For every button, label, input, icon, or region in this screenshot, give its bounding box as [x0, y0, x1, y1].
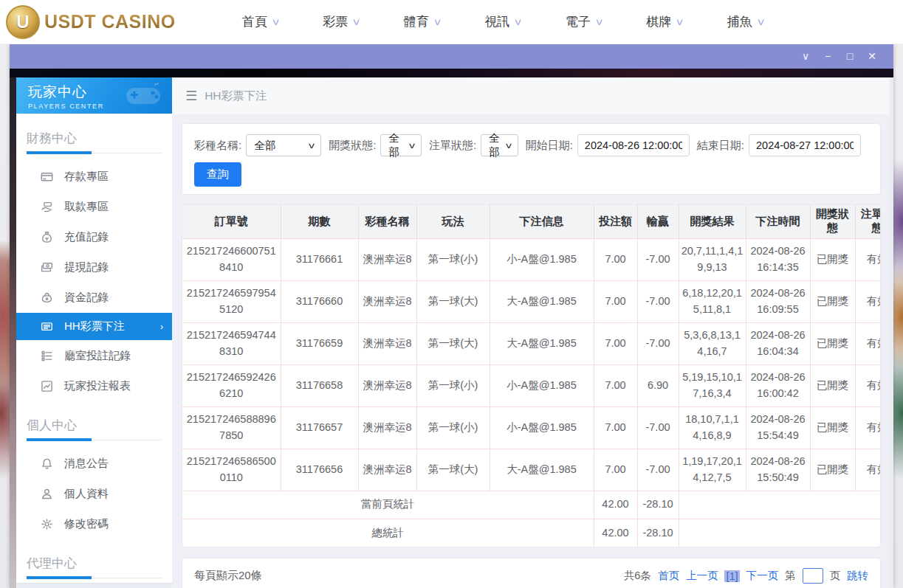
- nav-item-4[interactable]: 視訊∨: [484, 13, 522, 30]
- jump-button[interactable]: 跳转: [847, 569, 868, 583]
- site-logo[interactable]: U USDT CASINO: [6, 5, 176, 39]
- sidebar-item-label: 存款專區: [64, 170, 109, 184]
- sidebar-item-label: 資金記錄: [64, 291, 109, 305]
- table-footer-panel: 每頁顯示20條 共6条 首页 上一页 [1] 下一页 第 页 跳转: [182, 558, 881, 588]
- sidebar-item[interactable]: 資金記錄: [16, 283, 172, 312]
- sidebar-item[interactable]: 存款專區: [16, 162, 172, 191]
- order-status-select[interactable]: 全部∨: [481, 134, 518, 156]
- summary-label: 總統計: [182, 519, 594, 547]
- window-minimize-button[interactable]: −: [817, 44, 839, 69]
- window-maximize-button[interactable]: □: [839, 44, 861, 69]
- column-header: 開獎狀態: [810, 205, 855, 238]
- sidebar-item[interactable]: HH彩票下注›: [16, 313, 172, 340]
- table-cell: 第一球(小): [416, 238, 490, 280]
- nav-item-7[interactable]: 捕魚∨: [727, 13, 765, 30]
- next-page-link[interactable]: 下一页: [746, 569, 779, 583]
- draw-status-label: 開獎狀態:: [329, 139, 376, 153]
- summary-winloss-total: -28.10: [637, 491, 679, 519]
- table-cell: 有效: [855, 280, 881, 322]
- table-cell: 31176661: [281, 238, 358, 280]
- table-cell: 6.90: [637, 364, 679, 407]
- window-collapse-button[interactable]: ∨: [794, 44, 817, 69]
- sidebar-item[interactable]: 提現記錄: [16, 252, 172, 282]
- nav-item-label: 首頁: [242, 13, 267, 30]
- table-cell: 7.00: [594, 238, 637, 280]
- table-cell: 有效: [855, 238, 881, 280]
- user-icon: [41, 488, 53, 500]
- chevron-down-icon: ∨: [408, 141, 416, 151]
- sidebar-section-title: 代理中心: [27, 555, 162, 578]
- summary-label: 當前頁統計: [182, 491, 594, 519]
- nav-item-5[interactable]: 電子∨: [566, 13, 603, 30]
- nav-item-1[interactable]: 首頁∨: [242, 13, 280, 30]
- app-window: ∨ − □ ✕ 玩家中心 PLAYERS CENTER: [10, 44, 893, 588]
- table-cell: 2024-08-26 16:00:42: [746, 364, 810, 407]
- table-cell: 1,19,17,20,14,12,7,5: [679, 449, 746, 491]
- table-cell: 已開獎: [810, 280, 855, 322]
- chevron-down-icon: ∨: [514, 16, 523, 27]
- chevron-down-icon: ∨: [307, 141, 316, 151]
- order-status-label: 注單狀態:: [429, 139, 476, 153]
- table-cell: 有效: [855, 364, 881, 407]
- table-cell: 第一球(小): [416, 364, 490, 407]
- nav-item-label: 捕魚: [727, 13, 752, 30]
- table-cell: 31176658: [281, 364, 358, 407]
- table-cell: 7.00: [594, 407, 637, 449]
- table-cell: 2152172465947448310: [182, 322, 281, 364]
- sidebar-item-label: 取款專區: [64, 200, 109, 214]
- window-titlebar[interactable]: ∨ − □ ✕: [10, 44, 893, 69]
- table-cell: 31176659: [281, 322, 358, 364]
- table-cell: 5,3,6,8,13,14,16,7: [679, 322, 746, 364]
- table-cell: 7.00: [594, 449, 637, 491]
- sidebar-section-title: 財務中心: [27, 130, 162, 153]
- lottery-name-select[interactable]: 全部∨: [246, 134, 321, 156]
- table-cell: 小-A盤@1.985: [490, 364, 594, 407]
- sidebar-item[interactable]: 取款專區: [16, 192, 172, 221]
- table-cell: 2152172466007518410: [182, 238, 281, 280]
- gear-icon: [41, 518, 53, 530]
- sidebar-item[interactable]: 消息公告: [16, 449, 172, 478]
- menu-toggle-icon[interactable]: ☰: [185, 88, 197, 104]
- table-cell: 7.00: [594, 364, 637, 407]
- nav-item-2[interactable]: 彩票∨: [323, 13, 360, 30]
- end-date-input[interactable]: [749, 134, 861, 156]
- sidebar-item-label: 修改密碼: [64, 517, 109, 531]
- table-cell: 7.00: [594, 280, 637, 322]
- start-date-label: 開始日期:: [526, 139, 573, 153]
- table-cell: 18,10,7,1,14,16,8,9: [679, 407, 746, 449]
- window-close-button[interactable]: ✕: [861, 44, 883, 69]
- sidebar-item-label: 個人資料: [64, 487, 109, 501]
- column-header: 下注時間: [746, 205, 810, 238]
- lottery-name-label: 彩種名稱:: [194, 139, 241, 153]
- table-cell: 2024-08-26 16:04:34: [746, 322, 810, 364]
- sidebar-item[interactable]: 個人資料: [16, 479, 172, 508]
- nav-item-3[interactable]: 體育∨: [404, 13, 442, 30]
- jump-label-pre: 第: [785, 569, 796, 583]
- table-cell: 31176660: [281, 280, 358, 322]
- jump-page-input[interactable]: [803, 568, 823, 584]
- sidebar-item[interactable]: 修改密碼: [16, 509, 172, 539]
- main-nav: 首頁∨彩票∨體育∨視訊∨電子∨棋牌∨捕魚∨: [242, 13, 765, 30]
- sidebar: 玩家中心 PLAYERS CENTER 財務中心存款專區取款專區充值記錄提現記錄…: [16, 77, 172, 583]
- table-cell: 澳洲幸运8: [358, 280, 416, 322]
- sidebar-header: 玩家中心 PLAYERS CENTER: [16, 77, 172, 114]
- table-cell: 第一球(大): [416, 280, 490, 322]
- nav-item-label: 電子: [566, 13, 591, 30]
- sidebar-item[interactable]: 玩家投注報表: [16, 371, 172, 401]
- nav-item-6[interactable]: 棋牌∨: [646, 13, 684, 30]
- table-cell: 20,7,11,1,4,19,9,13: [679, 238, 746, 280]
- start-date-input[interactable]: [577, 134, 690, 156]
- chevron-down-icon: ∨: [756, 16, 766, 27]
- search-button[interactable]: 查詢: [194, 162, 241, 187]
- summary-winloss-total: -28.10: [637, 519, 679, 547]
- table-row: 215217246592426621031176658澳洲幸运8第一球(小)小-…: [182, 364, 881, 407]
- per-page-text: 每頁顯示20條: [194, 569, 262, 583]
- table-cell: 已開獎: [810, 322, 855, 364]
- draw-status-select[interactable]: 全部∨: [380, 134, 422, 156]
- sidebar-item[interactable]: 充值記錄: [16, 222, 172, 252]
- table-cell: 已開獎: [810, 449, 855, 491]
- sidebar-item[interactable]: 廳室投註記錄: [16, 341, 172, 370]
- table-cell: 小-A盤@1.985: [490, 407, 594, 449]
- prev-page-link[interactable]: 上一页: [686, 569, 718, 583]
- first-page-link[interactable]: 首页: [658, 569, 679, 583]
